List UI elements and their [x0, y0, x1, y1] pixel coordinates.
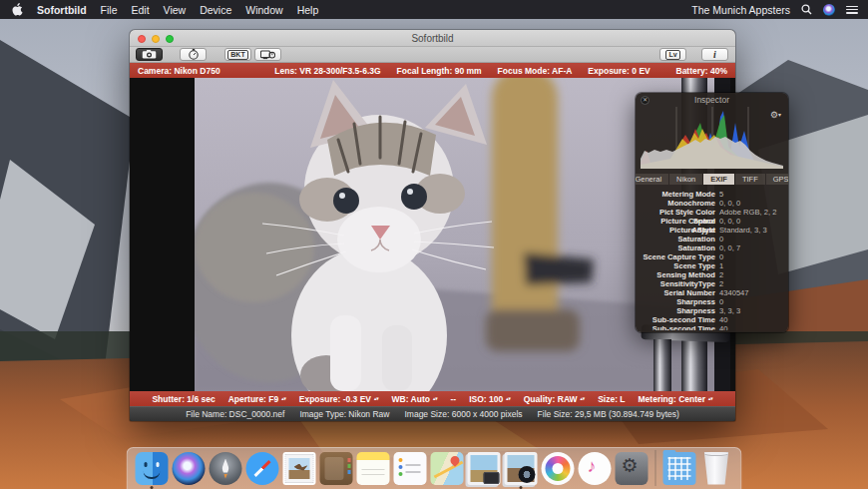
setting-quality[interactable]: Quality: RAW▴▾: [524, 394, 585, 404]
dock-safari[interactable]: [246, 452, 279, 485]
siri-icon[interactable]: [823, 4, 835, 16]
notes-icon: [357, 452, 390, 485]
dock-mail[interactable]: [283, 452, 316, 485]
setting-flash[interactable]: --: [451, 394, 457, 404]
dock-launchpad[interactable]: [210, 452, 242, 485]
dock-maps[interactable]: [431, 452, 464, 485]
inspector-tabs: General Nikon EXIF TIFF GPS: [636, 174, 788, 185]
dock-trash[interactable]: [700, 452, 733, 485]
stepper-icon[interactable]: ▴▾: [433, 397, 438, 401]
dock-downloads[interactable]: [663, 452, 696, 485]
exif-row: Sensing Method2: [640, 270, 784, 279]
search-icon[interactable]: [801, 4, 812, 15]
apple-icon[interactable]: [12, 3, 23, 16]
status-focal-length: Focal Length: 90 mm: [397, 66, 482, 76]
dock-photos[interactable]: [542, 452, 575, 485]
dock-siri[interactable]: [173, 452, 206, 485]
dock-contacts[interactable]: [320, 452, 353, 485]
tab-nikon[interactable]: Nikon: [669, 174, 702, 185]
inspector-title: Inspector: [694, 95, 729, 105]
itunes-icon: [579, 452, 612, 485]
menu-edit[interactable]: Edit: [132, 4, 150, 16]
camera-status-bar: Camera: Nikon D750 Lens: VR 28-300/F3.5-…: [130, 63, 735, 78]
menu-file[interactable]: File: [101, 4, 118, 16]
capture-button[interactable]: [136, 48, 163, 61]
status-focus-mode: Focus Mode: AF-A: [498, 66, 573, 76]
exif-row: Sub-second Time Digiti40: [640, 324, 784, 330]
exif-row: Sharpness0: [640, 297, 784, 306]
menu-help[interactable]: Help: [297, 4, 319, 16]
tab-general[interactable]: General: [636, 174, 668, 185]
histogram: ⚙▾: [641, 107, 783, 169]
sofortbild-app-icon: [505, 452, 538, 485]
dock-notes[interactable]: [357, 452, 390, 485]
finder-icon: [136, 452, 169, 485]
status-lens: Lens: VR 28-300/F3.5-6.3G: [274, 66, 380, 76]
zoom-window-button[interactable]: [166, 35, 174, 43]
reminders-icon: [394, 452, 427, 485]
setting-aperture[interactable]: Aperture: F9▴▾: [228, 394, 286, 404]
window-toolbar: BKT Lv i: [130, 47, 735, 63]
setting-wb[interactable]: WB: Auto▴▾: [392, 394, 438, 404]
contacts-icon: [320, 452, 353, 485]
mail-icon: [283, 452, 316, 485]
downloads-folder-icon: [663, 452, 696, 485]
monitor-clock-icon: [260, 50, 275, 60]
menu-app-name[interactable]: Sofortbild: [37, 4, 87, 16]
inspector-panel: ✕ Inspector ⚙▾ General Nikon EXIF TIFF G…: [636, 93, 788, 332]
dock-itunes[interactable]: [579, 452, 612, 485]
info-image-type: Image Type: Nikon Raw: [299, 409, 389, 419]
image-capture-icon: [468, 452, 501, 485]
bracketing-button[interactable]: BKT: [224, 48, 251, 61]
exif-row: Serial Number4340547: [640, 288, 784, 297]
window-title-bar[interactable]: Sofortbild: [130, 30, 735, 47]
siri-app-icon: [173, 452, 206, 485]
dock: [127, 447, 742, 489]
info-label: i: [713, 49, 716, 60]
timer-button[interactable]: [180, 48, 207, 61]
menu-device[interactable]: Device: [200, 4, 231, 16]
stepper-icon[interactable]: ▴▾: [506, 397, 511, 401]
liveview-timer-button[interactable]: [254, 48, 281, 61]
stepper-icon[interactable]: ▴▾: [581, 397, 586, 401]
screen: Sofortbild File Edit View Device Window …: [0, 0, 868, 489]
camera-settings-bar: Shutter: 1/6 sec Aperture: F9▴▾ Exposure…: [130, 391, 735, 406]
close-window-button[interactable]: [138, 35, 146, 43]
setting-size[interactable]: Size: L: [598, 394, 625, 404]
dock-sofortbild[interactable]: [505, 452, 538, 485]
liveview-button[interactable]: Lv: [659, 48, 686, 61]
exif-row: Scene Capture Type0: [640, 252, 784, 261]
status-battery: Battery: 40%: [676, 66, 728, 76]
exif-row: SensitivityType2: [640, 279, 784, 288]
stepper-icon[interactable]: ▴▾: [281, 397, 286, 401]
tab-tiff[interactable]: TIFF: [735, 174, 765, 185]
gear-icon[interactable]: ⚙▾: [770, 110, 781, 120]
dock-system-preferences[interactable]: [616, 452, 649, 485]
tab-gps[interactable]: GPS: [766, 174, 788, 185]
setting-iso[interactable]: ISO: 100▴▾: [469, 394, 511, 404]
close-icon[interactable]: ✕: [641, 96, 650, 105]
setting-metering[interactable]: Metering: Center▴▾: [639, 394, 713, 404]
exif-row: Metering Mode5: [640, 190, 784, 199]
info-button[interactable]: i: [701, 48, 728, 61]
stepper-icon[interactable]: ▴▾: [374, 397, 379, 401]
exif-row: Monochrome0, 0, 0: [640, 199, 784, 208]
launchpad-icon: [210, 452, 242, 485]
exif-row: Pict Style Color SpaceAdobe RGB, 2, 2: [640, 208, 784, 217]
dock-image-capture[interactable]: [468, 452, 501, 485]
setting-shutter[interactable]: Shutter: 1/6 sec: [152, 394, 215, 404]
setting-exposure[interactable]: Exposure: -0.3 EV▴▾: [299, 394, 379, 404]
info-image-size: Image Size: 6000 x 4000 pixels: [404, 409, 522, 419]
tab-exif[interactable]: EXIF: [703, 174, 734, 185]
dock-reminders[interactable]: [394, 452, 427, 485]
menubar-user-name[interactable]: The Munich Appsters: [691, 4, 790, 16]
menu-bar: Sofortbild File Edit View Device Window …: [0, 0, 868, 19]
menu-window[interactable]: Window: [245, 4, 282, 16]
notification-center-icon[interactable]: [846, 5, 858, 15]
menu-view[interactable]: View: [164, 4, 187, 16]
minimize-window-button[interactable]: [152, 35, 160, 43]
exif-table: Metering Mode5 Monochrome0, 0, 0 Pict St…: [636, 190, 788, 330]
dock-finder[interactable]: [136, 452, 169, 485]
stepper-icon[interactable]: ▴▾: [708, 397, 713, 401]
inspector-title-bar[interactable]: ✕ Inspector: [636, 93, 788, 106]
